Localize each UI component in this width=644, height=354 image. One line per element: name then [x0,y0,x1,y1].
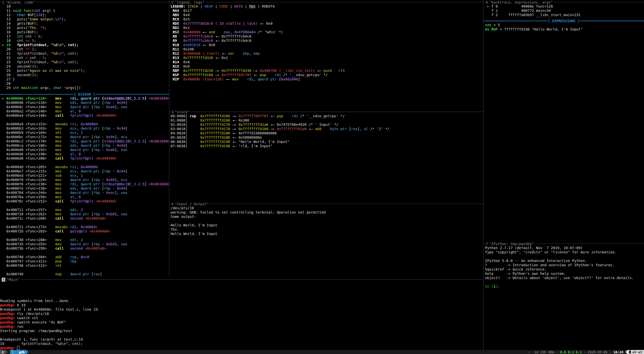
pane-divider-vertical[interactable] [169,0,169,277]
text-segment: 0x7ffff7fcb4c0 [183,39,213,43]
terminal-line: 27 } [0,77,169,81]
terminal-line: 0x40069c <func+140> mov dword ptr [rbp -… [0,105,169,109]
text-segment: Hello World, I'm Input [171,232,217,236]
terminal-line: pwndbg> b 19 [0,303,483,307]
text-segment: ] [125,186,127,190]
terminal-line [171,219,483,223]
terminal-line: pwndbg> tty /dev/pts/10 [0,312,483,316]
text-segment: ] [144,182,149,186]
pane-stack[interactable]: 3 "stack" 00:0000│ rsp 0x7fffffffd160 —▸… [169,110,483,202]
text-segment: BUF[ [25,13,36,17]
pane-divider-vertical[interactable] [483,0,484,350]
text-segment: add [315,127,321,131]
text-segment: ◂— [268,114,277,118]
text-segment: qword ptr [81,96,100,100]
text-segment: ], [115,105,121,109]
text-segment: , [74,152,79,156]
uptime-indicator: ↑ 1d 23h 49m [528,350,554,354]
text-segment: mov [55,186,70,190]
border-line [0,2,2,2]
text-segment: 0x7fffffffd198 [200,144,230,148]
text-segment: —▸ [213,69,222,73]
text-segment: /dev/pts/10 [171,206,194,210]
text-segment: [ [100,186,104,190]
text-segment [239,77,247,81]
pane-border-title: 3 "stack" [169,110,483,114]
tmux-terminal: 1 "disasm, code" 10 11 void func(int arg… [0,0,644,354]
text-segment: rbp [93,191,100,195]
border-line [20,279,483,280]
pane-backtrace-expressions[interactable]: 6 "backtrace, expressions, args" ► f 0 4… [484,0,644,242]
powerline-separator-icon: ‹ [582,350,588,354]
pane-main-gdb[interactable]: 5 "Main" Reading symbols from test...don… [0,277,483,350]
terminal-line: Hello World, I'm Input [171,223,483,227]
text-segment: ] [125,143,127,148]
gdb-console: Reading symbols from test...done.pwndbg>… [0,282,483,350]
text-segment: 13 puts( [0,17,28,21]
terminal-line: object? -> Details about 'object', use '… [485,276,644,280]
session-name-badge[interactable]: 2 [0,350,6,354]
text-segment: [ [89,148,93,152]
text-segment: - [38,56,40,60]
text-segment: <0x400480> [89,229,110,233]
powerline-separator-icon: ‹ [607,350,614,354]
text-segment: [ [100,169,104,173]
pane-legend-regs[interactable]: 2 "legend, regs" LEGEND: STACK | HEAP | … [169,0,483,110]
header-line [580,21,644,21]
pane-disasm-code[interactable]: 1 "disasm, code" 10 11 void func(int arg… [0,0,169,277]
text-segment: eax [121,105,127,109]
text-segment: mov [55,139,70,143]
terminal-line: 14 gets(BUF); [0,21,169,26]
text-segment: 10 [0,4,11,8]
text-segment: , [76,238,81,242]
text-segment: 0x7fffffffd240 [221,69,251,73]
text-segment: ◂— "rld, I'm Input" [230,144,273,148]
text-segment: dword ptr [70,148,89,152]
text-segment: , [76,173,81,178]
terminal-line: 0x4006d6 <func+198> mov al, 0 [0,152,169,156]
text-segment: 0x7ffff7b97787 [239,114,268,118]
text-segment: \n [57,60,62,64]
text-segment [62,86,64,90]
border-line [36,2,169,2]
text-segment: R9 [171,39,183,43]
text-segment: 0x602010 [183,43,200,47]
text-segment: 0x40080d [81,122,98,126]
text-segment: qword ptr [81,182,100,186]
pane-input-output[interactable]: 4 "Input / Output" /dev/pts/10warning: G… [169,202,483,277]
terminal-line: 0x4006dd <func+205> movabs rsi, 0x40080d [0,165,169,169]
text-segment: ]; [43,13,47,17]
text-segment: = 7fffffffd190 "Hello World, I'm Input" [498,27,583,31]
text-segment: 0x7fffffffd1b0 [239,127,268,131]
text-segment: HEAP [205,4,213,8]
hostname-label: at-at [632,350,642,354]
text-segment: r15 [338,69,345,73]
text-segment: [ [100,101,104,105]
terminal-line: In [1]: [485,284,644,289]
text-segment: RAX [171,9,183,13]
terminal-line: 19 fprintf(stdout, "%d\n", cnt); [0,342,483,346]
text-segment: "%d [51,51,57,55]
window-tab-gdb[interactable]: 1 › gdb [10,350,26,354]
text-segment: 0x400730 <func+288> [0,238,55,242]
text-segment: Breakpoint 1, func (arg=5) at test.c:19 [0,337,83,341]
text-segment: [ [277,77,281,81]
text-segment: 0x400749 [0,272,55,276]
text-segment: " [61,51,63,55]
text-segment: , [76,126,81,130]
status-left: 2 1 › gdb [0,350,28,354]
text-segment: argv[]) [66,86,81,90]
text-segment: fprintf@plt [70,113,95,117]
terminal-cursor [17,346,19,350]
text-segment: 0x7fffffffd320 [183,56,213,60]
pane-ipython[interactable]: 7 "IPython: tmp/pwndbg" Python 2.7.17 (d… [484,242,644,350]
text-segment: 0x400704 <func+244> [0,191,55,195]
text-segment: —▸ [268,127,277,131]
text-segment [47,96,55,100]
terminal-line: RDI 0x1 [171,26,483,30]
text-segment: char [53,86,62,90]
text-segment: Thx. [171,227,181,231]
text-segment: 0x7ffff7dd18c0 (_IO_stdfile_1_lock) [183,21,258,25]
text-segment: rbp [93,178,100,182]
text-segment: 17 [0,34,17,38]
